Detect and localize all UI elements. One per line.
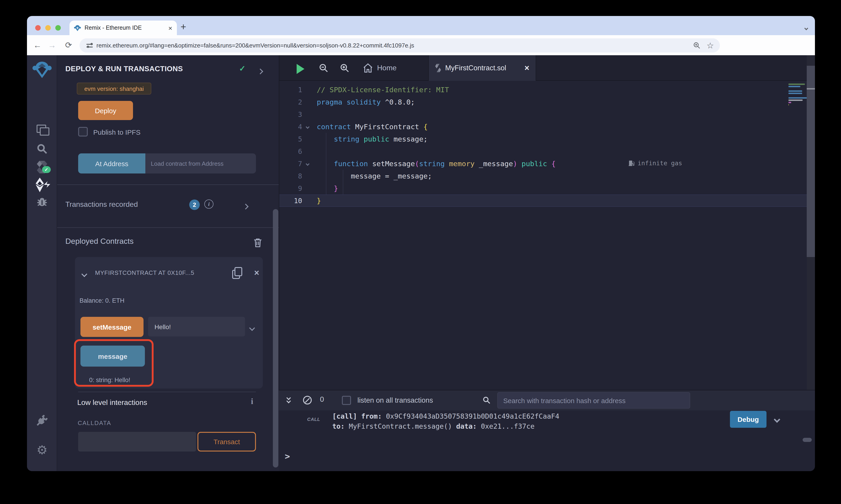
- panel-expand-chevron-icon[interactable]: [258, 67, 262, 75]
- code-line[interactable]: 8 message = _message;: [279, 170, 807, 182]
- compiled-check-icon: ✓: [42, 166, 51, 173]
- zoom-in-icon[interactable]: [340, 63, 350, 73]
- code-line[interactable]: 3: [279, 108, 807, 121]
- message-button[interactable]: message: [81, 346, 145, 366]
- collapse-terminal-icon[interactable]: [287, 396, 292, 403]
- minimize-window-button[interactable]: [45, 25, 51, 31]
- code-line[interactable]: 9 }: [279, 182, 807, 195]
- remix-favicon-icon: [74, 24, 81, 31]
- tab-search-chevron-icon[interactable]: [805, 23, 808, 32]
- icon-rail: ✓ ⚙: [27, 55, 57, 471]
- terminal-log[interactable]: [call] from: 0x9Cf934043aD350758391b0D01…: [332, 411, 559, 431]
- deploy-run-icon[interactable]: [27, 178, 57, 192]
- listen-all-transactions-label: listen on all transactions: [357, 396, 433, 404]
- code-line[interactable]: 6: [279, 145, 807, 158]
- site-info-icon[interactable]: [86, 43, 93, 48]
- clear-console-icon[interactable]: [303, 396, 312, 404]
- debug-button[interactable]: Debug: [730, 411, 767, 428]
- plugin-manager-icon[interactable]: [27, 414, 57, 427]
- remove-contract-icon[interactable]: ×: [254, 268, 259, 278]
- close-window-button[interactable]: [35, 25, 41, 31]
- terminal: 0 listen on all transactions CALL [call]…: [279, 390, 815, 471]
- contract-address-label[interactable]: MYFIRSTCONTRACT AT 0X10F...5: [95, 269, 228, 276]
- minimap-line: [788, 90, 802, 92]
- browser-toolbar: ← → ⟳ remix.ethereum.org/#lang=en&optimi…: [27, 35, 815, 55]
- transactions-info-icon[interactable]: i: [204, 199, 213, 209]
- load-contract-input[interactable]: [145, 154, 256, 174]
- contract-collapse-chevron-icon[interactable]: [82, 270, 86, 278]
- deploy-run-panel: DEPLOY & RUN TRANSACTIONS ✓ evm version:…: [57, 55, 279, 471]
- terminal-scroll-indicator[interactable]: [803, 438, 812, 442]
- code-line[interactable]: 4contract MyFirstContract {: [279, 121, 807, 133]
- minimap-line: [788, 100, 803, 101]
- indent-guide: [343, 170, 343, 195]
- solidity-compiler-icon[interactable]: ✓: [27, 160, 57, 174]
- publish-ipfs-checkbox[interactable]: [78, 127, 88, 137]
- minimap-line: [788, 104, 789, 105]
- low-level-info-icon[interactable]: i: [251, 397, 253, 406]
- file-explorer-icon[interactable]: [27, 125, 57, 134]
- minimap[interactable]: [788, 84, 808, 115]
- search-icon[interactable]: [27, 143, 57, 155]
- file-tab-myfirstcontract[interactable]: MyFirstContract.sol ×: [428, 55, 536, 81]
- set-message-button[interactable]: setMessage: [81, 317, 143, 337]
- minimap-line: [788, 97, 808, 98]
- scrollbar-marker: [807, 88, 815, 89]
- transact-button[interactable]: Transact: [198, 432, 256, 451]
- gas-pump-icon: [628, 160, 635, 166]
- transactions-count-badge: 2: [189, 199, 200, 210]
- fullscreen-window-button[interactable]: [55, 25, 61, 31]
- forward-button[interactable]: →: [45, 35, 59, 55]
- calldata-input[interactable]: [78, 432, 196, 451]
- reload-button[interactable]: ⟳: [62, 35, 75, 55]
- panel-divider: [57, 184, 279, 185]
- home-tab-icon[interactable]: [362, 63, 374, 73]
- terminal-log-line: to: MyFirstContract.message() data: 0xe2…: [332, 421, 559, 431]
- clear-deployed-trash-icon[interactable]: [254, 238, 262, 248]
- gas-estimate-label: infinite gas: [638, 159, 682, 167]
- at-address-button[interactable]: At Address: [78, 154, 145, 174]
- terminal-log-line: [call] from: 0x9Cf934043aD350758391b0D01…: [332, 411, 559, 421]
- message-result-text: 0: string: Hello!: [89, 377, 130, 383]
- page-scrollbar[interactable]: [807, 55, 815, 390]
- listen-all-transactions-checkbox[interactable]: [342, 396, 351, 405]
- minimap-line: [788, 86, 801, 87]
- deployed-contract-card: MYFIRSTCONTRACT AT 0X10F...5 × Balance: …: [75, 257, 263, 389]
- code-line[interactable]: 2pragma solidity ^0.8.0;: [279, 96, 807, 108]
- deploy-button[interactable]: Deploy: [78, 101, 133, 120]
- set-message-expand-chevron-icon[interactable]: [250, 324, 254, 332]
- code-line[interactable]: 7 function setMessage(string memory _mes…: [279, 158, 807, 170]
- panel-divider: [57, 227, 279, 228]
- panel-scrollbar[interactable]: [273, 209, 278, 467]
- remix-logo-icon[interactable]: [27, 61, 57, 79]
- transactions-expand-chevron-icon[interactable]: [244, 202, 248, 211]
- home-tab[interactable]: Home: [377, 64, 396, 72]
- run-script-play-icon[interactable]: [297, 64, 304, 74]
- new-tab-button[interactable]: +: [181, 21, 186, 32]
- gas-estimate-widget: infinite gas: [628, 159, 682, 167]
- code-area[interactable]: 1// SPDX-License-Identifier: MIT2pragma …: [279, 84, 807, 207]
- terminal-search-input[interactable]: [497, 392, 690, 409]
- code-line[interactable]: 1// SPDX-License-Identifier: MIT: [279, 84, 807, 96]
- tab-title: Remix - Ethereum IDE: [85, 25, 165, 31]
- browser-tab[interactable]: Remix - Ethereum IDE ×: [69, 20, 177, 35]
- bookmark-star-icon[interactable]: ☆: [703, 40, 717, 51]
- back-button[interactable]: ←: [31, 35, 44, 55]
- tab-close-icon[interactable]: ×: [168, 24, 172, 31]
- terminal-prompt[interactable]: >: [285, 451, 290, 461]
- solidity-file-icon: [435, 64, 441, 73]
- url-text[interactable]: remix.ethereum.org/#lang=en&optimize=fal…: [97, 42, 690, 49]
- zoom-out-icon[interactable]: [319, 63, 329, 73]
- settings-gear-icon[interactable]: ⚙: [27, 444, 57, 456]
- zoom-icon[interactable]: [690, 41, 703, 49]
- address-bar[interactable]: remix.ethereum.org/#lang=en&optimize=fal…: [80, 38, 720, 53]
- close-file-tab-icon[interactable]: ×: [525, 63, 529, 73]
- calldata-label: CALLDATA: [78, 419, 111, 426]
- code-line[interactable]: 5 string public message;: [279, 133, 807, 145]
- set-message-input[interactable]: [148, 317, 245, 337]
- scrollbar-thumb[interactable]: [807, 66, 815, 257]
- copy-address-icon[interactable]: [232, 267, 241, 278]
- debugger-icon[interactable]: [27, 195, 57, 208]
- log-expand-chevron-icon[interactable]: [775, 415, 779, 424]
- code-line[interactable]: 10}: [279, 195, 807, 207]
